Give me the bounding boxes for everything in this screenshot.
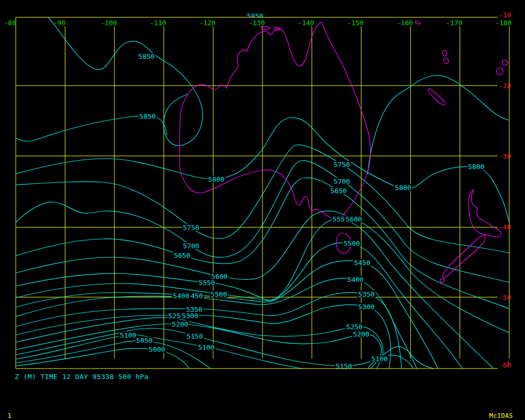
- contour-label-5800: 5800: [395, 184, 411, 192]
- contour-label-5650: 5650: [330, 187, 346, 195]
- contour-label-group: 5700: [333, 177, 351, 185]
- contour-label-5800: 5800: [468, 163, 484, 171]
- contour-label-group: 5550: [198, 279, 216, 287]
- contour-label-group: 5250: [345, 323, 364, 331]
- contour-label-group: 5600: [345, 215, 363, 223]
- lon-label--120: -120: [199, 19, 215, 27]
- lon-label--150: -150: [347, 19, 363, 27]
- coastline-solomon-islands: [415, 21, 421, 24]
- contour-label-5700: 5700: [333, 177, 350, 185]
- contour-label-group: 5800: [207, 175, 226, 183]
- lat-label--20: -20: [499, 82, 511, 90]
- contour-label-5600: 5600: [345, 215, 362, 223]
- contour-label-group: 5500: [343, 239, 361, 247]
- contour-label-5800: 5800: [208, 175, 224, 183]
- contour-label-group: 5300: [358, 303, 376, 311]
- contour-label-group: 5700: [182, 242, 201, 250]
- contour-label-5750: 5750: [333, 161, 350, 169]
- contour-5850: [48, 17, 203, 145]
- contour-label-group: 5100: [371, 355, 389, 363]
- contour-label-group: 5200: [171, 320, 190, 328]
- contour-label-group: 5050: [135, 337, 154, 344]
- contour-label-group: 5300: [181, 312, 200, 320]
- contour-label-5250: 5250: [346, 323, 362, 331]
- contour-label-5750: 5750: [183, 224, 199, 232]
- contour-label-5500: 5500: [211, 290, 227, 298]
- contour-label-group: 5750: [182, 224, 201, 232]
- contour-label-5050: 5050: [136, 337, 152, 344]
- contour-label-5200: 5200: [172, 320, 188, 328]
- lat-label--10: -10: [499, 11, 511, 19]
- lon-label--140: -140: [298, 19, 314, 27]
- coastline-fiji-east: [502, 60, 508, 65]
- contour-label-group: 5350: [358, 290, 376, 298]
- contour-label-group: 5100: [119, 331, 138, 339]
- contour-label-group: 5800: [467, 163, 486, 171]
- contour-label-5300: 5300: [182, 312, 198, 320]
- contour-label-5150: 5150: [186, 332, 203, 340]
- contour-label-group: 5400: [346, 276, 365, 284]
- frame-number: 1: [7, 412, 12, 419]
- lon-label--170: -170: [446, 19, 462, 27]
- contour-label-5100: 5100: [120, 331, 136, 339]
- contour-label-group: 5450: [353, 259, 372, 267]
- map-frame: [16, 17, 498, 369]
- contour-label-5700: 5700: [183, 242, 199, 250]
- contour-label-group: 5150: [186, 332, 204, 340]
- contour-label-5400: 5400: [173, 292, 189, 300]
- contour-label-5100: 5100: [198, 343, 214, 351]
- lon-label--80: -80: [4, 19, 16, 27]
- contour-label-group: 5650: [173, 251, 192, 259]
- contour-label-5500: 5500: [343, 239, 360, 247]
- contour-label-group: 5100: [197, 343, 216, 351]
- status-bar-text: Z (M) TIME 12 DAY 95338 500 hPa: [15, 373, 149, 381]
- contour-label-5350: 5350: [358, 290, 374, 298]
- contour-label-5850: 5850: [139, 112, 155, 120]
- coastline-stewart-island: [440, 279, 444, 282]
- contour-label-5650: 5650: [174, 251, 190, 259]
- contour-label-group: 5850: [138, 52, 156, 60]
- contour-label-5100: 5100: [371, 355, 387, 363]
- contour-map-canvas: 5850585058505800575057005650580058005550…: [0, 0, 525, 420]
- coastline-new-caledonia: [428, 89, 445, 104]
- contour-label-5300: 5300: [358, 303, 374, 311]
- lon-label--100: -100: [100, 19, 117, 27]
- lon-tick-labels: -80-90-100-110-120-130-140-150-160-170-1…: [4, 19, 511, 27]
- contour-label-5000: 5000: [149, 345, 165, 353]
- contour-label-group: 5500: [210, 290, 228, 298]
- brand-label: McIDAS: [489, 412, 513, 419]
- contour-5050: [16, 341, 211, 369]
- lon-label--160: -160: [396, 19, 413, 27]
- lon-label--130: -130: [248, 19, 265, 27]
- coastline-vanuatu-south: [444, 58, 448, 64]
- lon-label--90: -90: [53, 19, 65, 27]
- contour-label-5400: 5400: [347, 276, 363, 284]
- lat-label--60: -60: [499, 361, 511, 369]
- contour-label-5850: 5850: [138, 52, 154, 60]
- lat-label--50: -50: [499, 293, 511, 301]
- graticule: [16, 17, 509, 369]
- contour-label-group: 5000: [148, 345, 166, 353]
- contour-label-group: 5200: [352, 330, 371, 338]
- coastline-fiji: [497, 68, 503, 75]
- contour-label-group: 5850: [139, 112, 157, 120]
- contour-label-group: 5650: [330, 187, 348, 195]
- lat-label--30: -30: [499, 152, 511, 160]
- coastline-vanuatu-north: [443, 50, 447, 56]
- contour-label-group: 5800: [394, 184, 413, 192]
- contour-label-group: 5400: [172, 292, 191, 300]
- lon-label--180: -180: [495, 19, 511, 27]
- contour-label-5550: 5550: [198, 279, 215, 287]
- contour-label-5200: 5200: [353, 330, 369, 338]
- lat-label--40: -40: [499, 223, 511, 231]
- mcidas-display: 5850585058505800575057005650580058005550…: [0, 0, 525, 420]
- lon-label--110: -110: [150, 19, 166, 27]
- contour-label-5450: 5450: [354, 259, 370, 267]
- coastline-new-zealand-north: [468, 190, 501, 237]
- contour-label-group: 5750: [333, 161, 351, 169]
- contour-5850: [368, 75, 509, 174]
